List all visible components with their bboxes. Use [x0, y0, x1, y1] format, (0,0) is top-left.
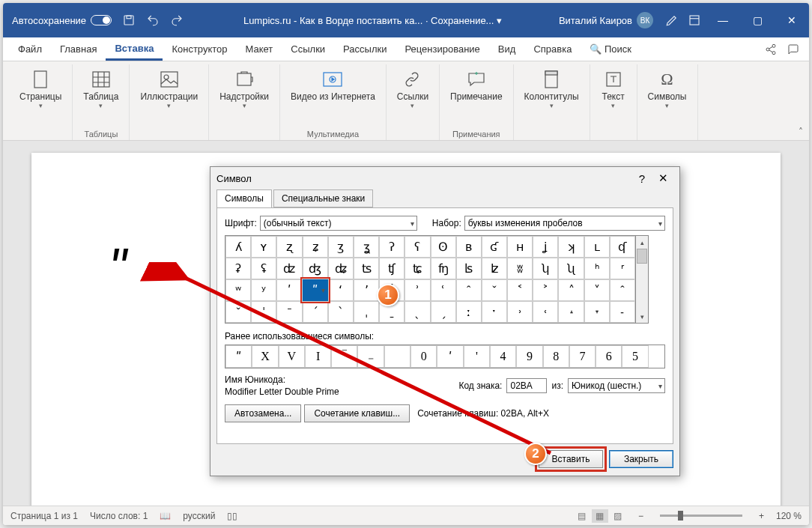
zoom-slider[interactable] [660, 515, 742, 517]
symbol-cell[interactable]: ʤ [303, 258, 328, 279]
recent-cell[interactable]: 9 [516, 345, 542, 368]
tab-insert[interactable]: Вставка [106, 38, 163, 61]
recent-cell[interactable]: I [305, 345, 331, 368]
btn-symbols[interactable]: ΩСимволы▾ [642, 67, 693, 111]
symbol-cell[interactable]: ˈ [251, 301, 276, 323]
tab-search[interactable]: 🔍 Поиск [581, 39, 640, 59]
symbol-cell[interactable]: ʕ [405, 236, 430, 258]
symbol-cell[interactable]: ʛ [482, 236, 507, 258]
symbol-cell[interactable]: ˇ [225, 301, 251, 323]
symbol-cell[interactable]: ˊ [303, 301, 328, 323]
symbol-cell[interactable]: ʿ [431, 279, 456, 301]
undo-icon[interactable] [146, 13, 160, 27]
symbol-cell[interactable]: ʙ [456, 236, 482, 258]
symbol-cell[interactable]: ʼ [354, 279, 379, 301]
symbol-cell[interactable]: ʸ [251, 279, 276, 301]
symbol-cell[interactable]: ʣ [276, 258, 302, 279]
btn-pages[interactable]: Страницы▾ [13, 67, 67, 111]
recent-cell[interactable]: ʹ [437, 345, 463, 368]
symbol-cell[interactable]: ʻ [328, 279, 354, 301]
proofing-icon[interactable]: 📖 [160, 511, 171, 521]
close-button[interactable]: ✕ [775, 3, 809, 37]
tab-home[interactable]: Главная [51, 39, 106, 59]
symbol-cell[interactable]: ˂ [507, 279, 533, 301]
symbol-cell[interactable]: ʘ [431, 236, 456, 258]
symbol-cell[interactable]: ʑ [303, 236, 328, 258]
tab-review[interactable]: Рецензирование [396, 39, 488, 59]
symbol-cell[interactable]: ʟ [584, 236, 610, 258]
tab-symbols[interactable]: Символы [216, 189, 272, 207]
symbol-cell[interactable]: ʡ [225, 258, 251, 279]
symbol-cell[interactable]: ʾ [405, 279, 430, 301]
maximize-button[interactable]: ▢ [740, 3, 775, 37]
tab-design[interactable]: Конструктор [163, 39, 236, 59]
symbol-cell[interactable]: ˗ [610, 301, 635, 323]
symbol-cell[interactable]: ʢ [251, 258, 276, 279]
btn-links[interactable]: Ссылки▾ [391, 67, 434, 111]
symbol-cell[interactable]: ʠ [610, 236, 635, 258]
symbol-cell[interactable]: ˉ [276, 301, 302, 323]
tab-help[interactable]: Справка [524, 39, 581, 59]
web-layout-icon[interactable]: ▨ [610, 509, 626, 523]
zoom-level[interactable]: 120 % [776, 511, 802, 521]
symbol-cell[interactable]: ˌ [354, 301, 379, 323]
symbol-cell[interactable]: ʮ [533, 258, 558, 279]
recent-cell[interactable]: 5 [622, 345, 648, 368]
symbol-cell[interactable]: ˇ [482, 279, 507, 301]
recent-cell[interactable]: ' [464, 345, 490, 368]
symbol-cell[interactable]: ˎ [405, 301, 430, 323]
symbol-cell[interactable]: ʞ [558, 236, 584, 258]
zoom-out-button[interactable]: − [638, 511, 643, 521]
tab-file[interactable]: Файл [9, 39, 51, 59]
recent-cell[interactable]: 0 [410, 345, 437, 368]
recent-cell[interactable]: ‾ [331, 345, 357, 368]
tab-mailings[interactable]: Рассылки [334, 39, 396, 59]
symbol-cell[interactable]: ˋ [328, 301, 354, 323]
btn-table[interactable]: Таблица▾ [77, 67, 124, 111]
symbol-cell[interactable]: ʔ [379, 236, 405, 258]
tab-references[interactable]: Ссылки [282, 39, 334, 59]
symbol-cell[interactable]: ˓ [533, 301, 558, 323]
symbol-cell[interactable]: ʳ [610, 258, 635, 279]
scroll-down-icon[interactable]: ▾ [636, 310, 648, 323]
symbol-cell[interactable]: ʜ [507, 236, 533, 258]
symbol-cell[interactable]: ˒ [507, 301, 533, 323]
symbol-cell[interactable]: ʺ [303, 279, 328, 301]
recent-cell[interactable]: 6 [596, 345, 622, 368]
symbol-cell[interactable]: ː [456, 301, 482, 323]
zoom-in-button[interactable]: + [759, 511, 764, 521]
grid-scrollbar[interactable]: ▴ ▾ [636, 235, 649, 324]
symbol-cell[interactable]: ˄ [558, 279, 584, 301]
recent-cell[interactable]: ʺ [225, 345, 252, 368]
recent-cell[interactable]: 4 [490, 345, 516, 368]
save-icon[interactable] [122, 13, 136, 27]
shortcut-button[interactable]: Сочетание клавиш... [304, 404, 410, 422]
status-words[interactable]: Число слов: 1 [90, 511, 148, 521]
close-dialog-button[interactable]: Закрыть [609, 450, 673, 468]
btn-addins[interactable]: Надстройки▾ [213, 67, 275, 111]
scroll-thumb[interactable] [637, 249, 647, 264]
redo-icon[interactable] [170, 13, 184, 27]
from-select[interactable]: Юникод (шестн.) [568, 378, 665, 393]
autosave-toggle[interactable]: Автосохранение [12, 15, 112, 26]
recent-cell[interactable] [384, 345, 410, 368]
comments-icon[interactable] [784, 41, 803, 58]
symbol-cell[interactable]: ˏ [431, 301, 456, 323]
share-icon[interactable] [761, 41, 781, 58]
symbol-cell[interactable]: ˕ [584, 301, 610, 323]
btn-illustrations[interactable]: Иллюстрации▾ [134, 67, 204, 111]
btn-video[interactable]: Видео из Интернета [285, 67, 381, 103]
symbol-cell[interactable]: ˔ [558, 301, 584, 323]
charcode-input[interactable]: 02BA [506, 378, 547, 393]
subset-select[interactable]: буквы изменения пробелов [464, 216, 665, 231]
recent-cell[interactable]: ₋ [357, 345, 384, 368]
symbol-cell[interactable]: ʬ [507, 258, 533, 279]
read-mode-icon[interactable]: ▤ [574, 509, 590, 523]
symbol-cell[interactable]: ʐ [276, 236, 302, 258]
autocorrect-button[interactable]: Автозамена... [225, 404, 301, 422]
symbol-cell[interactable]: ʷ [225, 279, 251, 301]
symbol-cell[interactable]: ʏ [251, 236, 276, 258]
tab-view[interactable]: Вид [489, 39, 525, 59]
symbol-cell[interactable]: ʝ [533, 236, 558, 258]
btn-text[interactable]: Текст▾ [595, 67, 632, 111]
